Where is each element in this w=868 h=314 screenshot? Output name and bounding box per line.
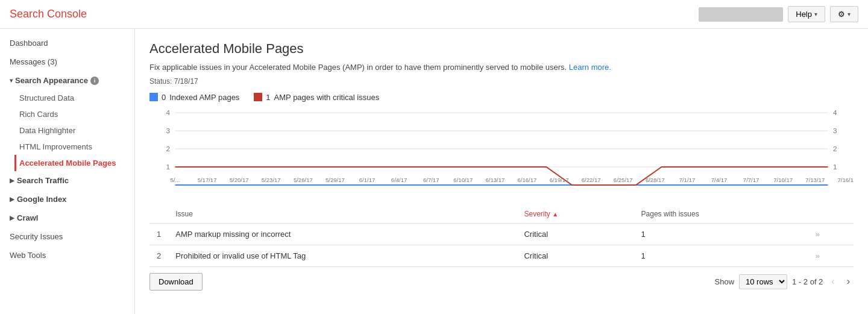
user-avatar	[699, 7, 783, 22]
search-appearance-submenu: Structured Data Rich Cards Data Highligh…	[0, 90, 134, 171]
show-label: Show	[715, 277, 735, 286]
sidebar-section-crawl[interactable]: ▶ Crawl	[0, 209, 134, 227]
help-chevron-icon: ▾	[814, 11, 817, 17]
bottom-bar: Download Show 10 rows 25 rows 50 rows 1 …	[149, 267, 854, 293]
row-num: 1	[149, 223, 168, 245]
col-header-action	[808, 205, 854, 224]
legend-indexed: 0 Indexed AMP pages	[149, 93, 239, 102]
chart-legend: 0 Indexed AMP pages 1 AMP pages with cri…	[149, 93, 854, 102]
svg-text:3: 3	[166, 127, 169, 134]
learn-more-link[interactable]: Learn more.	[569, 63, 611, 72]
legend-critical: 1 AMP pages with critical issues	[254, 93, 379, 102]
sidebar-section-search-traffic[interactable]: ▶ Search Traffic	[0, 171, 134, 190]
sort-arrow-icon: ▲	[552, 211, 558, 218]
info-icon: i	[90, 77, 99, 85]
svg-text:6/25/17: 6/25/17	[614, 177, 633, 183]
layout: Dashboard Messages (3) ▾ Search Appearan…	[0, 29, 868, 314]
header: Search Console Help ▾ ⚙ ▾	[0, 0, 868, 29]
help-button[interactable]: Help ▾	[788, 6, 825, 22]
svg-text:6/7/17: 6/7/17	[423, 177, 439, 183]
svg-text:4: 4	[166, 109, 169, 116]
svg-text:5/...: 5/...	[171, 177, 180, 183]
svg-text:1: 1	[166, 163, 169, 171]
sidebar-item-web-tools[interactable]: Web Tools	[0, 246, 134, 265]
svg-text:6/28/17: 6/28/17	[646, 177, 665, 183]
svg-text:5/26/17: 5/26/17	[294, 177, 313, 183]
app-logo: Search Console	[10, 8, 87, 20]
svg-text:6/13/17: 6/13/17	[485, 177, 505, 183]
svg-text:6/16/17: 6/16/17	[518, 177, 537, 183]
svg-text:6/4/17: 6/4/17	[391, 177, 407, 183]
legend-indexed-count: 0	[162, 93, 166, 102]
page-title: Accelerated Mobile Pages	[149, 41, 854, 57]
prev-page-button[interactable]: ‹	[828, 275, 838, 288]
col-header-pages: Pages with issues	[634, 205, 808, 224]
row-pages: 1	[634, 245, 808, 266]
col-header-severity[interactable]: Severity ▲	[517, 205, 634, 224]
sidebar-item-structured-data[interactable]: Structured Data	[14, 90, 134, 106]
main-content: Accelerated Mobile Pages Fix applicable …	[135, 29, 868, 314]
svg-text:6/1/17: 6/1/17	[359, 177, 376, 183]
settings-button[interactable]: ⚙ ▾	[830, 6, 858, 22]
page-description: Fix applicable issues in your Accelerate…	[149, 61, 854, 74]
svg-text:7/13/17: 7/13/17	[805, 177, 825, 183]
pagination-info: 1 - 2 of 2	[792, 277, 823, 286]
row-pages: 1	[634, 223, 808, 245]
sidebar-section-google-index[interactable]: ▶ Google Index	[0, 190, 134, 209]
next-page-button[interactable]: ›	[843, 275, 854, 288]
row-expand-button[interactable]: »	[808, 245, 854, 266]
col-header-num	[149, 205, 168, 224]
svg-text:6/10/17: 6/10/17	[453, 177, 473, 183]
table-row: 1 AMP markup missing or incorrect Critic…	[149, 223, 854, 245]
pagination-controls: Show 10 rows 25 rows 50 rows 1 - 2 of 2 …	[715, 274, 854, 289]
svg-text:6/19/17: 6/19/17	[550, 177, 569, 183]
chart-svg: 4 3 2 1 4 3 2 1 5/... 5/17/17 5/20/17 5/	[149, 107, 854, 191]
svg-text:5/23/17: 5/23/17	[262, 177, 281, 183]
svg-text:1: 1	[833, 163, 837, 171]
col-header-issue: Issue	[168, 205, 517, 224]
sidebar-item-amp[interactable]: Accelerated Mobile Pages	[14, 155, 134, 171]
search-traffic-arrow-icon: ▶	[10, 177, 14, 184]
download-button[interactable]: Download	[149, 273, 203, 290]
sidebar-section-search-appearance[interactable]: ▾ Search Appearance i	[0, 71, 134, 90]
sidebar-item-security-issues[interactable]: Security Issues	[0, 227, 134, 246]
legend-blue-icon	[149, 93, 158, 101]
svg-text:3: 3	[833, 127, 837, 134]
legend-indexed-label: Indexed AMP pages	[169, 93, 239, 102]
status-line: Status: 7/18/17	[149, 77, 854, 86]
table-row: 2 Prohibited or invalid use of HTML Tag …	[149, 245, 854, 266]
crawl-arrow-icon: ▶	[10, 215, 14, 221]
svg-text:7/7/17: 7/7/17	[743, 177, 760, 183]
svg-text:7/10/17: 7/10/17	[773, 177, 793, 183]
issues-table: Issue Severity ▲ Pages with issues 1 AMP…	[149, 205, 854, 267]
svg-text:7/16/17: 7/16/17	[837, 177, 854, 183]
row-issue: Prohibited or invalid use of HTML Tag	[168, 245, 517, 266]
svg-text:2: 2	[833, 145, 837, 152]
row-severity: Critical	[517, 245, 634, 266]
sidebar-item-messages[interactable]: Messages (3)	[0, 52, 134, 71]
rows-per-page-select[interactable]: 10 rows 25 rows 50 rows	[739, 274, 787, 289]
svg-text:5/29/17: 5/29/17	[326, 177, 345, 183]
chart: 4 3 2 1 4 3 2 1 5/... 5/17/17 5/20/17 5/	[149, 107, 854, 200]
google-index-arrow-icon: ▶	[10, 196, 14, 203]
row-issue: AMP markup missing or incorrect	[168, 223, 517, 245]
svg-text:6/22/17: 6/22/17	[582, 177, 601, 183]
legend-red-icon	[254, 93, 262, 101]
sidebar-item-data-highlighter[interactable]: Data Highlighter	[14, 122, 134, 139]
svg-text:7/4/17: 7/4/17	[711, 177, 728, 183]
sidebar-item-html-improvements[interactable]: HTML Improvements	[14, 139, 134, 155]
legend-critical-count: 1	[266, 93, 270, 102]
row-expand-button[interactable]: »	[808, 223, 854, 245]
settings-chevron-icon: ▾	[848, 11, 851, 17]
sidebar: Dashboard Messages (3) ▾ Search Appearan…	[0, 29, 135, 314]
svg-text:4: 4	[833, 109, 837, 116]
sidebar-item-dashboard[interactable]: Dashboard	[0, 34, 134, 52]
svg-text:2: 2	[166, 145, 169, 152]
sidebar-item-rich-cards[interactable]: Rich Cards	[14, 106, 134, 122]
legend-critical-label: AMP pages with critical issues	[274, 93, 380, 102]
row-num: 2	[149, 245, 168, 266]
svg-text:5/17/17: 5/17/17	[198, 177, 217, 183]
collapse-arrow-icon: ▾	[10, 77, 13, 84]
header-right: Help ▾ ⚙ ▾	[699, 6, 858, 22]
row-severity: Critical	[517, 223, 634, 245]
